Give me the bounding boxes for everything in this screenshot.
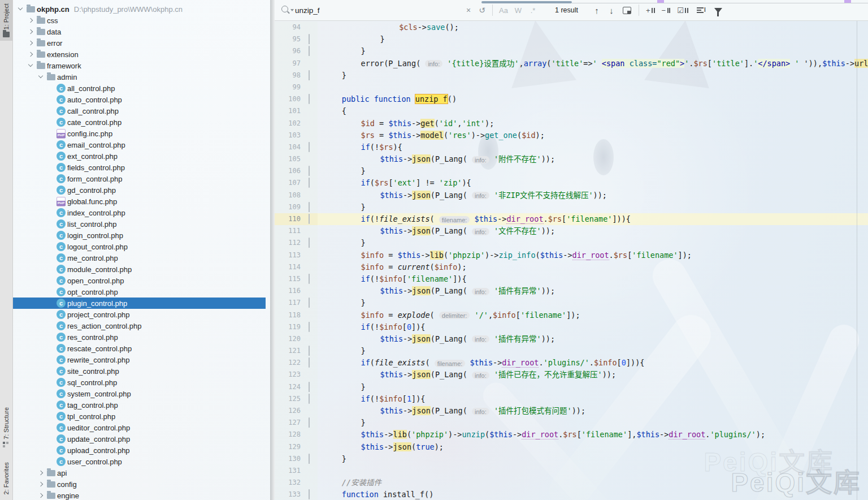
- tree-item-login-control-php[interactable]: clogin_control.php: [12, 230, 266, 241]
- code-line-103[interactable]: 103$rs = $this->model('res')->get_one($i…: [275, 130, 868, 141]
- code-line-100[interactable]: 100public function unzip_f(): [275, 93, 868, 105]
- tree-item-index-control-php[interactable]: cindex_control.php: [12, 207, 266, 218]
- tree-item-rewrite-control-php[interactable]: crewrite_control.php: [12, 354, 266, 365]
- tree-item-list-control-php[interactable]: clist_control.php: [12, 218, 266, 230]
- tree-item-email-control-php[interactable]: cemail_control.php: [12, 139, 266, 150]
- match-case-toggle[interactable]: Aa: [496, 6, 511, 15]
- fold-end-icon[interactable]: [309, 382, 310, 392]
- tree-item-upload-control-php[interactable]: cupload_control.php: [12, 445, 266, 456]
- code-line-118[interactable]: 118$info = explode( delimiter: '/',$info…: [275, 309, 868, 321]
- tree-item-sql-control-php[interactable]: csql_control.php: [12, 377, 266, 388]
- code-line-112[interactable]: 112}: [275, 237, 868, 249]
- tree-item-framework[interactable]: framework: [12, 60, 266, 71]
- fold-start-icon[interactable]: [309, 489, 310, 499]
- tree-item-api[interactable]: api: [12, 467, 266, 479]
- search-icon[interactable]: [280, 5, 295, 16]
- code-line-107[interactable]: 107if($rs['ext'] != 'zip'){: [275, 177, 868, 189]
- search-history-icon[interactable]: ↺: [475, 6, 489, 15]
- fold-end-icon[interactable]: [309, 34, 310, 44]
- fold-end-icon[interactable]: [309, 417, 310, 428]
- close-icon[interactable]: ×: [462, 6, 475, 15]
- chevron-right-icon[interactable]: [36, 491, 46, 500]
- chevron-right-icon[interactable]: [36, 468, 46, 477]
- editor-scrollbar-track[interactable]: [857, 20, 857, 500]
- select-all-occurrences-icon[interactable]: ☑: [677, 7, 688, 14]
- fold-end-icon[interactable]: [309, 202, 310, 212]
- open-in-find-window-icon[interactable]: [623, 7, 631, 14]
- tree-item-global-func-php[interactable]: global.func.php: [12, 196, 266, 207]
- tree-item-cate-control-php[interactable]: ccate_control.php: [12, 117, 266, 128]
- add-selection-icon[interactable]: +: [646, 7, 655, 14]
- words-toggle[interactable]: W: [511, 6, 526, 15]
- tree-item-okphp-cn[interactable]: okphp.cnD:\phpstudy_pro\WWW\okphp.cn: [12, 3, 266, 15]
- code-line-132[interactable]: 132//安装插件: [275, 477, 868, 489]
- tree-item-system-control-php[interactable]: csystem_control.php: [12, 388, 266, 399]
- code-line-119[interactable]: 119if(!$info[0]){: [275, 321, 868, 333]
- code-line-94[interactable]: 94$cls->save();: [275, 21, 868, 33]
- code-line-102[interactable]: 102$id = $this->get('id','int');: [275, 118, 868, 130]
- chevron-right-icon[interactable]: [26, 38, 36, 48]
- code-line-133[interactable]: 133function install_f(): [275, 489, 868, 500]
- tree-item-opt-control-php[interactable]: copt_control.php: [12, 286, 266, 298]
- code-line-130[interactable]: 130}: [275, 453, 868, 465]
- tool-window-project-button[interactable]: 1: Project: [0, 0, 12, 41]
- fold-end-icon[interactable]: [309, 238, 310, 248]
- tree-item-tpl-control-php[interactable]: ctpl_control.php: [12, 411, 266, 422]
- tree-item-form-control-php[interactable]: cform_control.php: [12, 173, 266, 184]
- code-line-123[interactable]: 123$this->json(P_Lang( info: '插件已存在，不允许重…: [275, 369, 868, 381]
- code-line-114[interactable]: 114$info = current($info);: [275, 261, 868, 273]
- fold-start-icon[interactable]: [309, 178, 310, 188]
- tree-item-user-control-php[interactable]: cuser_control.php: [12, 456, 266, 467]
- code-line-120[interactable]: 120$this->json(P_Lang( info: '插件有异常'));: [275, 333, 868, 345]
- panel-splitter[interactable]: [270, 0, 275, 500]
- fold-start-icon[interactable]: [309, 274, 310, 284]
- code-line-129[interactable]: 129$this->json(true);: [275, 441, 868, 453]
- code-line-105[interactable]: 105$this->json(P_Lang( info: '附件不存在'));: [275, 153, 868, 165]
- tree-item-config-inc-php[interactable]: config.inc.php: [12, 128, 266, 139]
- code-line-124[interactable]: 124}: [275, 381, 868, 393]
- code-line-95[interactable]: 95}: [275, 33, 868, 45]
- code-line-117[interactable]: 117}: [275, 297, 868, 309]
- fold-end-icon[interactable]: [309, 454, 310, 464]
- tree-item-ext-control-php[interactable]: cext_control.php: [12, 150, 266, 162]
- tree-item-fields-control-php[interactable]: cfields_control.php: [12, 162, 266, 173]
- code-line-101[interactable]: 101{: [275, 105, 868, 117]
- tree-item-data[interactable]: data: [12, 26, 266, 37]
- filter-funnel-icon[interactable]: [714, 8, 722, 13]
- fold-end-icon[interactable]: [309, 346, 310, 356]
- tool-window-favorites-button[interactable]: 2: Favorites: [0, 459, 12, 498]
- code-line-113[interactable]: 113$info = $this->lib('phpzip')->zip_inf…: [275, 249, 868, 261]
- fold-start-icon[interactable]: [309, 214, 310, 224]
- tree-item-css[interactable]: css: [12, 15, 266, 26]
- code-line-98[interactable]: 98}: [275, 70, 868, 81]
- chevron-right-icon[interactable]: [26, 50, 36, 59]
- tool-window-structure-button[interactable]: 7: Structure: [0, 404, 12, 451]
- fold-start-icon[interactable]: [309, 94, 310, 104]
- code-line-128[interactable]: 128$this->lib('phpzip')->unzip($this->di…: [275, 429, 868, 441]
- fold-end-icon[interactable]: [309, 46, 310, 56]
- code-line-97[interactable]: 97error(P_Lang( info: '{title}设置成功',arra…: [275, 58, 868, 70]
- tree-item-extension[interactable]: extension: [12, 49, 266, 60]
- chevron-down-icon[interactable]: [36, 72, 46, 81]
- tree-item-admin[interactable]: admin: [12, 71, 266, 83]
- tree-item-tag-control-php[interactable]: ctag_control.php: [12, 399, 266, 411]
- chevron-right-icon[interactable]: [36, 480, 46, 489]
- tree-item-res-control-php[interactable]: cres_control.php: [12, 331, 266, 343]
- code-editor[interactable]: 94$cls->save();95}96}97error(P_Lang( inf…: [275, 20, 868, 500]
- tree-item-call-control-php[interactable]: ccall_control.php: [12, 105, 266, 117]
- tree-item-site-control-php[interactable]: csite_control.php: [12, 365, 266, 377]
- fold-start-icon[interactable]: [309, 394, 310, 404]
- fold-end-icon[interactable]: [309, 298, 310, 308]
- regex-toggle[interactable]: .*: [526, 6, 540, 15]
- fold-end-icon[interactable]: [309, 166, 310, 176]
- tree-item-me-control-php[interactable]: cme_control.php: [12, 252, 266, 264]
- tree-item-config[interactable]: config: [12, 479, 266, 490]
- tree-item-auto-control-php[interactable]: cauto_control.php: [12, 94, 266, 105]
- chevron-right-icon[interactable]: [26, 16, 36, 25]
- tree-item-logout-control-php[interactable]: clogout_control.php: [12, 241, 266, 252]
- tree-item-project-control-php[interactable]: cproject_control.php: [12, 309, 266, 320]
- tree-item-engine[interactable]: engine: [12, 490, 266, 500]
- search-input[interactable]: unzip_f: [295, 6, 462, 15]
- tree-item-error[interactable]: error: [12, 37, 266, 49]
- fold-start-icon[interactable]: [309, 357, 310, 368]
